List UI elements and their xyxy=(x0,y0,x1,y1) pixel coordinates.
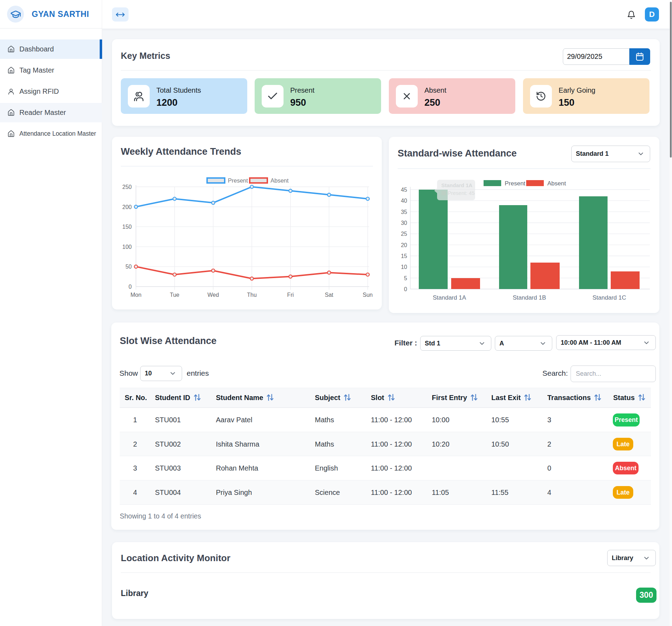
svg-text:5: 5 xyxy=(404,275,407,281)
svg-text:0: 0 xyxy=(404,286,407,292)
svg-text:150: 150 xyxy=(122,224,132,230)
svg-text:50: 50 xyxy=(125,264,132,270)
svg-text:100: 100 xyxy=(122,244,132,250)
svg-text:Present: Present xyxy=(228,177,248,184)
svg-text:Standard 1A: Standard 1A xyxy=(441,182,473,188)
svg-text:15: 15 xyxy=(401,253,407,259)
svg-text:45: 45 xyxy=(401,187,407,193)
svg-text:250: 250 xyxy=(122,184,132,190)
svg-text:Standard 1B: Standard 1B xyxy=(513,294,546,301)
svg-text:Fri: Fri xyxy=(287,292,294,298)
svg-text:Sun: Sun xyxy=(363,292,373,298)
svg-text:0: 0 xyxy=(129,284,132,290)
svg-text:Thu: Thu xyxy=(247,292,257,298)
svg-text:Mon: Mon xyxy=(130,292,141,298)
svg-text:Sat: Sat xyxy=(325,292,334,298)
svg-text:30: 30 xyxy=(401,220,407,226)
svg-text:Standard 1C: Standard 1C xyxy=(592,294,626,301)
svg-text:Wed: Wed xyxy=(207,292,219,298)
svg-text:20: 20 xyxy=(401,242,407,248)
svg-text:40: 40 xyxy=(401,198,407,204)
svg-text:10: 10 xyxy=(401,264,407,270)
svg-text:35: 35 xyxy=(401,209,407,215)
svg-text:Absent: Absent xyxy=(270,177,289,184)
svg-text:Absent: Absent xyxy=(547,180,566,187)
svg-text:25: 25 xyxy=(401,231,407,237)
svg-text:Present: Present xyxy=(505,180,525,187)
svg-text:Tue: Tue xyxy=(170,292,179,298)
svg-text:Present: 45: Present: 45 xyxy=(448,190,475,196)
svg-text:Standard 1A: Standard 1A xyxy=(433,294,466,301)
svg-text:200: 200 xyxy=(122,204,132,210)
